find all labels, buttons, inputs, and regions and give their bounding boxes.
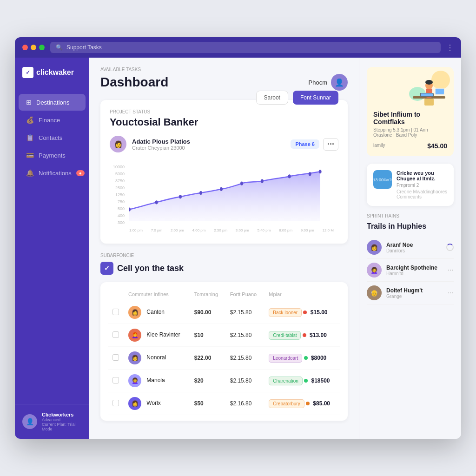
chart-area: [129, 165, 334, 221]
notification-card: ▶ 13:00 EarTube Cricke weu you Chugee al…: [367, 164, 454, 206]
payments-icon: 💳: [26, 152, 34, 159]
saroot-button[interactable]: Saroot: [256, 91, 288, 105]
sidebar: ✓ clickwaker ⊞ Destinations 💰 Finance 📋 …: [15, 58, 89, 439]
row-dot: [303, 333, 306, 337]
search-icon: 🔍: [56, 44, 63, 51]
project-badges: Phase 6 ···: [291, 138, 338, 151]
illus-title: Sibet Inflium to Comtflaks: [373, 111, 447, 126]
svg-point-6: [261, 179, 264, 183]
table-row: 👩‍🦱 Manola $20 $2.15.80 Charenation $185…: [108, 370, 340, 392]
sprint-more-icon[interactable]: ···: [448, 289, 454, 297]
row-dot: [304, 356, 308, 360]
row-checkbox[interactable]: [112, 377, 119, 383]
illus-type: Oraslone | Band Poly: [373, 132, 447, 138]
svg-point-3: [199, 191, 202, 195]
notif-label: EarTube: [383, 178, 397, 182]
row-dot: [304, 379, 308, 383]
sprint-title: Trails in Huphies: [367, 222, 454, 231]
table-row: 👩 Canton $90.00 $2.15.80 Back looner $15…: [108, 301, 340, 324]
notifications-badge: ●: [76, 170, 85, 176]
search-text: Support Tasks: [66, 44, 102, 51]
tasks-table-card: Commuter Infines Tomraning Fortt Puano M…: [100, 282, 348, 421]
sidebar-item-finance[interactable]: 💰 Finance: [19, 112, 86, 128]
project-meta: Adatic Plous Platios Crater Cheypian 230…: [132, 138, 285, 151]
notif-title: Cricke weu you Chugee al Itmlz.: [397, 170, 447, 181]
chart-y-labels: 100005000375025001250750500400300: [110, 165, 127, 225]
sprint-member-name: Aranf Noe: [386, 242, 413, 248]
row-tag: Crebatorbury: [269, 399, 304, 408]
row-tag: Back looner: [269, 308, 302, 317]
destinations-icon: ⊞: [26, 99, 32, 106]
sprint-avatar: 👩‍🦱: [367, 263, 382, 278]
row-avatar: 👩‍🦰: [128, 329, 141, 342]
row-name: Manola: [146, 377, 165, 383]
row-checkbox[interactable]: [112, 309, 119, 315]
notifications-label: Notifications: [39, 170, 72, 177]
row-final: $13.00: [310, 332, 327, 338]
browser-menu-icon[interactable]: ⋮: [446, 43, 454, 52]
row-amount2: $2.15.80: [225, 347, 264, 370]
row-name: Klee Ravinter: [146, 331, 180, 338]
illus-who: iamily: [373, 143, 385, 148]
sidebar-item-payments[interactable]: 💳 Payments: [19, 147, 86, 164]
row-tag: Charenation: [269, 377, 302, 385]
header-user-name: Phocm: [309, 79, 327, 86]
payments-label: Payments: [39, 152, 66, 159]
sprint-member-role: Danrilors: [386, 248, 413, 253]
font-sunnar-button[interactable]: Font Sunnar: [293, 91, 338, 105]
table-row: 👩 Nonoral $22.00 $2.15.80 Leonardoart $8…: [108, 347, 340, 370]
row-tag: Leonardoart: [269, 354, 302, 363]
notif-content: Cricke weu you Chugee al Itmlz. Frnpromi…: [397, 170, 447, 199]
play-icon: ▶: [368, 175, 373, 184]
contacts-icon: 📋: [26, 134, 34, 141]
row-amount1: $90.00: [190, 301, 225, 324]
tasks-icon: ✓: [100, 262, 113, 275]
sprint-member-info: Barcight Spotheine Hamn'td: [386, 264, 437, 276]
page-header: Dashboard Phocm 👤: [100, 74, 348, 91]
row-final: $85.00: [313, 400, 330, 407]
svg-rect-18: [421, 93, 433, 96]
sidebar-item-notifications[interactable]: 🔔 Notifications ●: [19, 165, 86, 181]
svg-point-4: [220, 187, 223, 191]
row-checkbox[interactable]: [112, 400, 119, 406]
svg-rect-20: [436, 89, 444, 94]
row-amount1: $22.00: [190, 347, 225, 370]
row-checkbox[interactable]: [112, 354, 119, 361]
row-final: $18500: [311, 377, 330, 384]
app-layout: ✓ clickwaker ⊞ Destinations 💰 Finance 📋 …: [15, 58, 461, 439]
svg-point-16: [425, 80, 433, 85]
sprint-item: 👩‍🦱 Barcight Spotheine Hamn'td ···: [367, 259, 454, 282]
sidebar-user-avatar: 👤: [22, 414, 37, 429]
row-amount1: $10: [190, 324, 225, 347]
svg-point-10: [431, 71, 450, 89]
sprint-avatar: 👴: [367, 285, 382, 300]
table-row: 👩‍🦰 Klee Ravinter $10 $2.15.80 Credi-tab…: [108, 324, 340, 347]
close-button[interactable]: [22, 45, 28, 50]
sprint-members: 👩 Aranf Noe Danrilors 👩‍🦱 Barcight Spoth…: [367, 236, 454, 304]
row-amount2: $2.16.80: [225, 392, 264, 415]
sprint-member-info: Doitef Hugm't Grange: [386, 287, 423, 299]
sprint-item: 👩 Aranf Noe Danrilors: [367, 236, 454, 259]
illus-price: $45.00: [427, 142, 447, 150]
traffic-lights: [22, 45, 45, 50]
row-final: $15.00: [311, 309, 328, 316]
chart-container: 100005000375025001250750500400300: [110, 160, 338, 234]
row-amount1: $20: [190, 370, 225, 392]
row-avatar: 👩: [128, 306, 141, 319]
row-final: $8000: [311, 355, 326, 361]
sidebar-user-role: Advanced: [42, 417, 82, 422]
minimize-button[interactable]: [31, 45, 36, 50]
svg-point-1: [155, 200, 158, 204]
sidebar-item-destinations[interactable]: ⊞ Destinations: [19, 94, 86, 111]
row-name: Canton: [146, 309, 165, 315]
more-badge[interactable]: ···: [323, 138, 338, 151]
maximize-button[interactable]: [39, 45, 45, 50]
sprint-more-icon[interactable]: ···: [448, 266, 454, 274]
sidebar-item-contacts[interactable]: 📋 Contacts: [19, 129, 86, 146]
row-checkbox[interactable]: [112, 331, 119, 338]
col-mpiar: Mpiar: [264, 288, 340, 301]
main-content: AVAILABLE TASKS Dashboard Phocm 👤 Projec…: [89, 58, 359, 439]
notif-desc: Creone Mwatdinghoores Commeants: [397, 189, 447, 199]
browser-search-bar[interactable]: 🔍 Support Tasks: [50, 42, 441, 53]
notif-icon: ▶ 13:00 EarTube: [373, 170, 392, 189]
